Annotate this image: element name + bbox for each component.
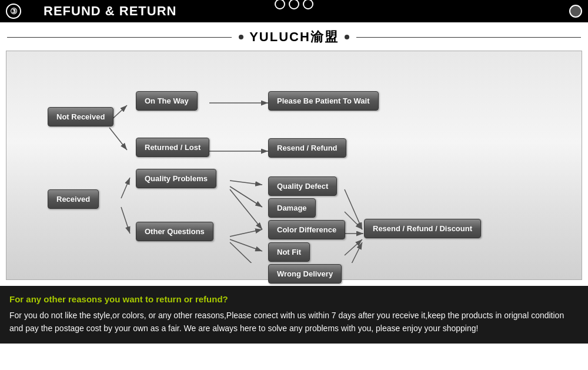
svg-line-14 (345, 212, 362, 229)
circle-icon-2 (289, 0, 299, 9)
not-received-box: Not Received (48, 107, 113, 126)
quality-defect-box: Quality Defect (268, 176, 337, 196)
circle-icon-3 (303, 0, 313, 9)
brand-dot-left (239, 35, 243, 39)
on-the-way-box: On The Way (136, 91, 198, 111)
svg-line-17 (345, 242, 362, 263)
color-difference-box: Color Difference (268, 220, 345, 239)
svg-line-10 (230, 229, 262, 236)
brand-dot-right (345, 35, 349, 39)
other-questions-box: Other Questions (136, 222, 213, 241)
please-be-patient-box: Please Be Patient To Wait (268, 91, 379, 111)
brand-bar: YULUCH渝盟 (0, 22, 588, 51)
bottom-question: For any other reasons you want to return… (9, 294, 579, 304)
resend-refund-box: Resend / Refund (268, 138, 346, 158)
circle-icon-1 (275, 0, 285, 9)
brand-line-left (7, 37, 232, 38)
svg-line-8 (230, 186, 262, 207)
returned-lost-box: Returned / Lost (136, 138, 209, 157)
header-right-icon (569, 5, 582, 18)
bottom-text: For you do not like the style,or colors,… (9, 309, 579, 335)
flow-diagram: Not Received Received On The Way Returne… (6, 51, 582, 280)
page-title: REFUND & RETURN (44, 4, 176, 19)
damage-box: Damage (268, 198, 316, 218)
svg-line-9 (230, 189, 262, 229)
svg-line-5 (121, 178, 130, 198)
svg-line-12 (230, 242, 262, 263)
svg-line-6 (121, 207, 130, 234)
svg-line-13 (345, 189, 362, 229)
bottom-section: For any other reasons you want to return… (0, 286, 588, 344)
wrong-delivery-box: Wrong Delivery (268, 264, 342, 284)
svg-line-7 (230, 181, 262, 185)
brand-name: YULUCH渝盟 (243, 28, 345, 46)
header: ③ REFUND & RETURN (0, 0, 588, 22)
brand-line-right (356, 37, 581, 38)
svg-line-2 (109, 128, 127, 150)
flow-wrapper: Not Received Received On The Way Returne… (12, 63, 576, 263)
svg-line-16 (345, 239, 362, 255)
not-fit-box: Not Fit (268, 242, 310, 262)
svg-line-11 (230, 239, 262, 251)
resend-refund-discount-box: Resend / Refund / Discount (364, 219, 481, 238)
received-box: Received (48, 189, 99, 209)
section-number: ③ (6, 4, 21, 19)
quality-problems-box: Quality Problems (136, 169, 216, 188)
header-icons (275, 0, 313, 9)
